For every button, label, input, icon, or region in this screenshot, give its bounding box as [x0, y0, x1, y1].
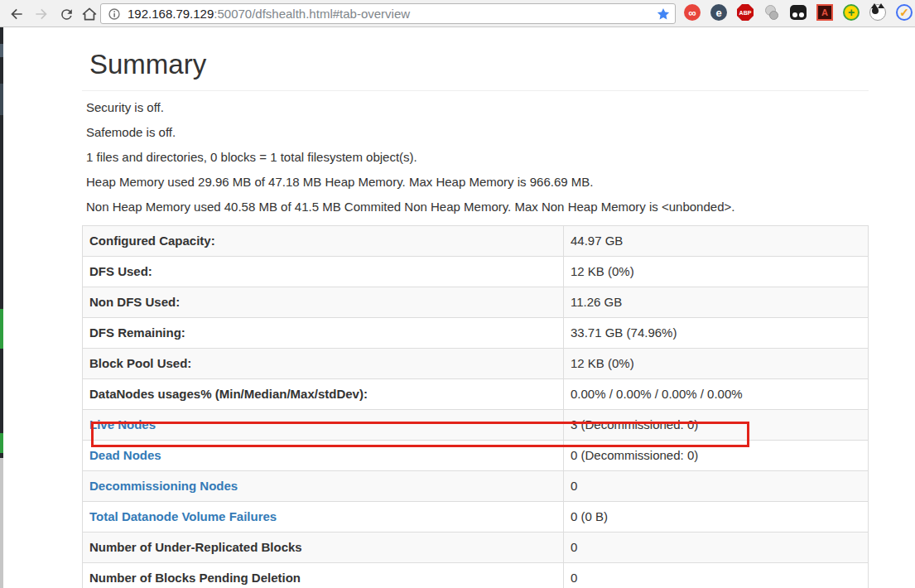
back-button[interactable]	[7, 4, 26, 24]
table-row-non-dfs-used: Non DFS Used: 11.26 GB	[83, 287, 869, 318]
address-bar[interactable]: 192.168.79.129:50070/dfshealth.html#tab-…	[100, 3, 676, 24]
table-row-live-nodes: Live Nodes 3 (Decommissioned: 0)	[83, 410, 869, 441]
home-button[interactable]	[79, 4, 99, 24]
infinity-extension-icon[interactable]: ∞	[684, 4, 701, 21]
table-row-block-pool-used: Block Pool Used: 12 KB (0%)	[83, 349, 869, 379]
row-value: 44.97 GB	[564, 226, 869, 257]
row-value: 3 (Decommissioned: 0)	[564, 410, 869, 441]
table-row-configured-capacity: Configured Capacity: 44.97 GB	[83, 226, 869, 257]
row-value: 33.71 GB (74.96%)	[564, 318, 869, 349]
reload-button[interactable]	[56, 4, 76, 24]
reload-icon	[59, 7, 75, 22]
green-plus-extension-icon[interactable]: +	[843, 4, 860, 21]
row-label: DataNodes usages% (Min/Median/Max/stdDev…	[83, 379, 564, 410]
row-value: 0	[564, 563, 869, 588]
page-title: Summary	[89, 48, 869, 81]
dfs-health-page: Summary Security is off. Safemode is off…	[82, 27, 869, 588]
title-divider	[82, 90, 869, 91]
dead-nodes-link[interactable]: Dead Nodes	[89, 448, 161, 462]
url-text[interactable]: 192.168.79.129:50070/dfshealth.html#tab-…	[128, 7, 410, 21]
cat-extension-icon[interactable]	[869, 4, 886, 21]
extension-icons: ∞ e ABP A + ✓	[684, 4, 913, 21]
non-heap-memory-text: Non Heap Memory used 40.58 MB of 41.5 MB…	[86, 199, 869, 215]
table-row-dfs-used: DFS Used: 12 KB (0%)	[83, 257, 869, 287]
url-path: :50070/dfshealth.html#tab-overview	[214, 7, 410, 21]
row-value: 12 KB (0%)	[564, 257, 869, 287]
forward-arrow-icon	[33, 6, 50, 22]
blue-check-extension-icon[interactable]: ✓	[896, 4, 913, 21]
bookmark-star-icon[interactable]	[656, 7, 671, 22]
row-label: DFS Used:	[83, 257, 564, 287]
background-window-sliver	[0, 27, 3, 588]
row-value: 12 KB (0%)	[564, 349, 869, 379]
safemode-status-text: Safemode is off.	[86, 124, 869, 141]
table-row-under-replicated-blocks: Number of Under-Replicated Blocks 0	[83, 533, 869, 563]
row-value: 0 (Decommissioned: 0)	[564, 441, 869, 471]
url-host: 192.168.79.129	[128, 7, 214, 21]
table-row-dfs-remaining: DFS Remaining: 33.71 GB (74.96%)	[83, 318, 869, 349]
adobe-acrobat-icon[interactable]: A	[816, 4, 833, 21]
security-status-text: Security is off.	[86, 99, 869, 116]
e-browser-extension-icon[interactable]: e	[710, 4, 727, 21]
table-row-volume-failures: Total Datanode Volume Failures 0 (0 B)	[83, 502, 869, 533]
two-dots-extension-icon[interactable]	[790, 5, 807, 20]
volume-failures-link[interactable]: Total Datanode Volume Failures	[89, 509, 277, 523]
row-label: Number of Blocks Pending Deletion	[83, 563, 564, 588]
table-row-datanode-usages: DataNodes usages% (Min/Median/Max/stdDev…	[83, 379, 869, 410]
row-label: DFS Remaining:	[83, 318, 564, 349]
table-row-dead-nodes: Dead Nodes 0 (Decommissioned: 0)	[83, 441, 869, 471]
page-info-icon[interactable]	[108, 7, 121, 21]
summary-table: Configured Capacity: 44.97 GB DFS Used: …	[82, 225, 869, 588]
row-value: 0 (0 B)	[564, 502, 869, 533]
row-value: 0	[564, 471, 869, 502]
row-label: Block Pool Used:	[83, 349, 564, 379]
row-value: 0	[564, 533, 869, 563]
filesystem-objects-text: 1 files and directories, 0 blocks = 1 to…	[86, 149, 869, 166]
decommissioning-nodes-link[interactable]: Decommissioning Nodes	[89, 479, 238, 493]
row-label: Configured Capacity:	[83, 226, 564, 257]
adblock-plus-icon[interactable]: ABP	[737, 4, 754, 21]
grey-spheres-extension-icon[interactable]	[763, 4, 780, 21]
row-value: 0.00% / 0.00% / 0.00% / 0.00%	[564, 379, 869, 410]
home-icon	[81, 6, 98, 22]
row-label: Non DFS Used:	[83, 287, 564, 318]
back-arrow-icon	[8, 6, 25, 22]
row-label: Number of Under-Replicated Blocks	[83, 533, 564, 563]
table-row-blocks-pending-deletion: Number of Blocks Pending Deletion 0	[83, 563, 869, 588]
heap-memory-text: Heap Memory used 29.96 MB of 47.18 MB He…	[86, 174, 869, 190]
row-value: 11.26 GB	[564, 287, 869, 318]
live-nodes-link[interactable]: Live Nodes	[89, 417, 156, 431]
table-row-decommissioning-nodes: Decommissioning Nodes 0	[83, 471, 869, 502]
browser-toolbar: 192.168.79.129:50070/dfshealth.html#tab-…	[0, 0, 915, 27]
forward-button[interactable]	[31, 4, 51, 24]
